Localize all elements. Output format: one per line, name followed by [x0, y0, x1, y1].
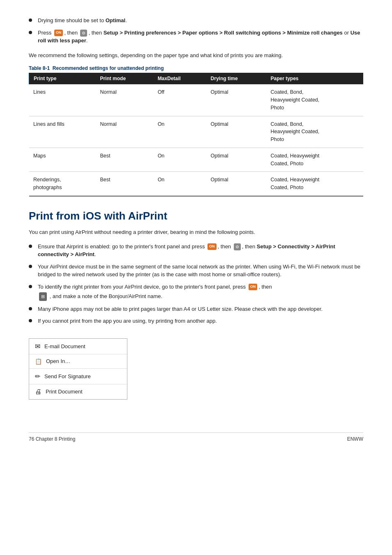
footer-left: 76 Chapter 8 Printing — [29, 436, 75, 442]
table-row: MapsBestOnOptimalCoated, HeavyweightCoat… — [29, 148, 363, 172]
table-body: LinesNormalOffOptimalCoated, Bond,Heavyw… — [29, 84, 363, 196]
gear-icon-1: ⚙ — [234, 243, 241, 250]
airprint-bullet-2: Your AirPrint device must be in the same… — [29, 263, 363, 279]
table-cell-drying_time: Optimal — [207, 116, 267, 148]
on-icon-1: ON — [208, 243, 217, 250]
airprint-bullet-list: Ensure that Airprint is enabled: go to t… — [29, 243, 363, 325]
open-in-icon: 📋 — [35, 358, 42, 365]
ios-menu-item-email: ✉ E-mail Document — [29, 339, 127, 354]
ios-menu-item-print-label: Print Document — [46, 388, 83, 395]
bullet-dot — [29, 18, 32, 22]
bullet-drying-text: Drying time should be set to Optimal. — [38, 16, 127, 25]
airprint-bullet-3: To identify the right printer from your … — [29, 283, 363, 301]
ios-menu-item-open: 📋 Open In… — [29, 354, 127, 369]
col-print-type: Print type — [29, 73, 96, 84]
airprint-bullet-4: Many iPhone apps may not be able to prin… — [29, 305, 363, 313]
table-row: Lines and fillsNormalOnOptimalCoated, Bo… — [29, 116, 363, 148]
table-cell-paper_types: Coated, Bond,Heavyweight Coated,Photo — [266, 84, 363, 116]
airprint-bullet-2-text: Your AirPrint device must be in the same… — [38, 263, 363, 279]
ios-menu-item-signature-label: Send For Signature — [44, 373, 91, 379]
table-cell-print_mode: Normal — [96, 84, 153, 116]
col-drying-time: Drying time — [207, 73, 267, 84]
airprint-bullet-1: Ensure that Airprint is enabled: go to t… — [29, 243, 363, 259]
col-maxdetail: MaxDetail — [154, 73, 207, 84]
table-cell-print_type: Lines — [29, 84, 96, 116]
bullet-dot — [29, 319, 32, 322]
airprint-intro: You can print using AirPrint without nee… — [29, 228, 363, 237]
table-header-row: Print type Print mode MaxDetail Drying t… — [29, 73, 363, 84]
recommended-settings-table: Print type Print mode MaxDetail Drying t… — [29, 73, 363, 197]
footer-right: ENWW — [347, 436, 363, 442]
grid-icon: ⊞ — [39, 292, 47, 301]
table-row: LinesNormalOffOptimalCoated, Bond,Heavyw… — [29, 84, 363, 116]
table-cell-drying_time: Optimal — [207, 148, 267, 172]
signature-icon: ✏ — [35, 372, 40, 380]
bullet-drying-time: Drying time should be set to Optimal. — [29, 16, 363, 25]
table-cell-print_mode: Best — [96, 172, 153, 196]
bullet-dot — [29, 285, 32, 288]
table-cell-maxdetail: On — [154, 148, 207, 172]
gear-icon: ⚙ — [80, 30, 87, 37]
page-footer: 76 Chapter 8 Printing ENWW — [29, 432, 363, 442]
airprint-bullet-1-text: Ensure that Airprint is enabled: go to t… — [38, 243, 363, 259]
airprint-bullet-5: If you cannot print from the app you are… — [29, 317, 363, 325]
airprint-bullet-5-text: If you cannot print from the app you are… — [38, 317, 217, 325]
on-icon-2: ON — [249, 284, 258, 290]
table-cell-maxdetail: On — [154, 116, 207, 148]
table-cell-maxdetail: On — [154, 172, 207, 196]
table-cell-paper_types: Coated, HeavyweightCoated, Photo — [266, 172, 363, 196]
ios-menu: ✉ E-mail Document 📋 Open In… ✏ Send For … — [29, 338, 127, 400]
table-cell-maxdetail: Off — [154, 84, 207, 116]
bullet-dot — [29, 245, 32, 248]
on-icon: ON — [54, 30, 63, 36]
ios-menu-item-open-label: Open In… — [46, 358, 70, 364]
print-icon: 🖨 — [35, 388, 42, 395]
email-icon: ✉ — [35, 342, 40, 350]
intro-paragraph: We recommend the following settings, dep… — [29, 51, 363, 60]
bullet-dot — [29, 265, 32, 268]
table-cell-drying_time: Optimal — [207, 84, 267, 116]
bullet-dot — [29, 31, 32, 34]
col-paper-types: Paper types — [266, 73, 363, 84]
table-row: Renderings,photographsBestOnOptimalCoate… — [29, 172, 363, 196]
airprint-bullet-3-text: To identify the right printer from your … — [38, 283, 272, 301]
ios-menu-item-signature: ✏ Send For Signature — [29, 369, 127, 384]
table-caption-label: Table 8-1 — [29, 65, 50, 71]
table-caption: Table 8-1 Recommended settings for unatt… — [29, 65, 363, 71]
bullet-dot — [29, 307, 32, 310]
table-cell-print_type: Maps — [29, 148, 96, 172]
ios-menu-item-email-label: E-mail Document — [44, 343, 85, 349]
table-cell-print_type: Lines and fills — [29, 116, 96, 148]
table-cell-paper_types: Coated, HeavyweightCoated, Photo — [266, 148, 363, 172]
bullet-press-setup: Press ON, then ⚙, then Setup > Printing … — [29, 29, 363, 45]
table-cell-print_mode: Normal — [96, 116, 153, 148]
table-cell-print_mode: Best — [96, 148, 153, 172]
airprint-section-heading: Print from iOS with AirPrint — [29, 210, 363, 222]
bullet-press-text: Press ON, then ⚙, then Setup > Printing … — [38, 29, 363, 45]
table-cell-drying_time: Optimal — [207, 172, 267, 196]
col-print-mode: Print mode — [96, 73, 153, 84]
ios-menu-item-print: 🖨 Print Document — [29, 384, 127, 399]
table-cell-print_type: Renderings,photographs — [29, 172, 96, 196]
table-caption-text: Recommended settings for unattended prin… — [53, 65, 164, 71]
table-cell-paper_types: Coated, Bond,Heavyweight Coated,Photo — [266, 116, 363, 148]
airprint-bullet-4-text: Many iPhone apps may not be able to prin… — [38, 305, 323, 313]
top-bullet-list: Drying time should be set to Optimal. Pr… — [29, 16, 363, 45]
